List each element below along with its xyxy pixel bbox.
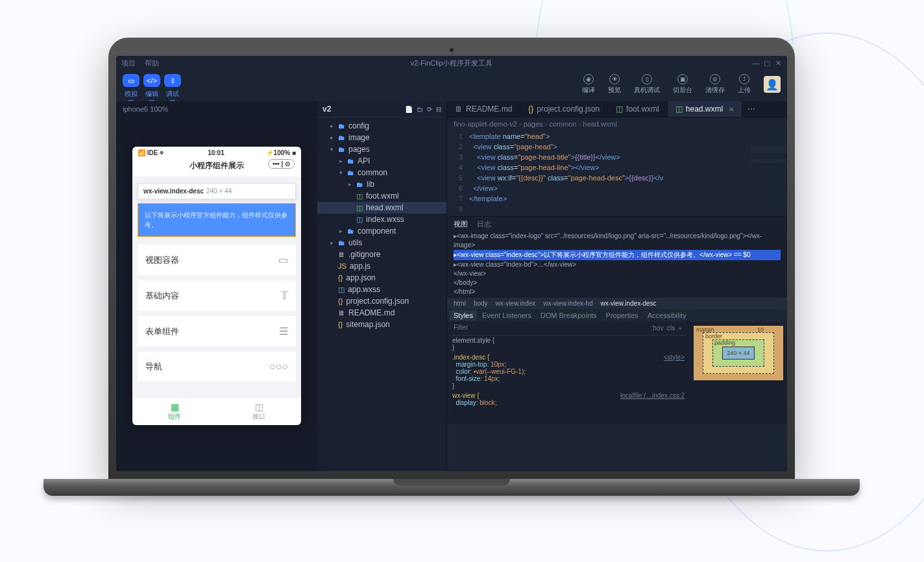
file-project-config[interactable]: {}project.config.json — [317, 295, 446, 307]
folder-icon: 🖿 — [338, 145, 345, 153]
wxml-icon: ◫ — [356, 192, 363, 201]
file-head-wxml[interactable]: ◫head.wxml — [317, 202, 446, 214]
file-sitemap[interactable]: {}sitemap.json — [317, 319, 446, 330]
dom-tree[interactable]: ▸<wx-image class="index-logo" src="../re… — [447, 230, 787, 298]
tabbar-api[interactable]: ◫接口 — [217, 398, 301, 425]
close-icon[interactable]: ✕ — [775, 59, 782, 67]
folder-icon: 🖿 — [338, 239, 345, 247]
device-preview: 📶 IDE ᯤ 10:01 ⚡100% ■ 小程序组件展示 ••• | ⊙ wx… — [132, 147, 301, 425]
action-background[interactable]: ▣切后台 — [673, 74, 692, 95]
folder-utils[interactable]: ▸🖿utils — [317, 237, 446, 249]
collapse-icon[interactable]: ⊟ — [436, 106, 441, 113]
md-icon: 🗎 — [338, 309, 345, 317]
styles-pane[interactable]: Filter:hov .cls ＋ element.style {} <styl… — [447, 322, 690, 424]
subtab-styles[interactable]: Styles — [450, 310, 477, 321]
folder-icon: 🖿 — [338, 134, 345, 141]
phone-icon: ▯ — [642, 74, 652, 84]
folder-icon: 🖿 — [347, 169, 354, 177]
box-content-size: 240 × 44 — [722, 347, 755, 360]
folder-lib[interactable]: ▸🖿lib — [317, 178, 446, 190]
json-icon: {} — [528, 104, 533, 114]
avatar[interactable]: 👤 — [764, 76, 781, 93]
new-file-icon[interactable]: 📄 — [405, 106, 413, 113]
trash-icon: ⊘ — [710, 74, 720, 84]
folder-config[interactable]: ▸🖿config — [317, 120, 446, 132]
file-index-wxss[interactable]: ◫index.wxss — [317, 214, 446, 225]
subtab-a11y[interactable]: Accessibility — [648, 312, 687, 319]
tab-foot[interactable]: ◫foot.wxml — [608, 101, 668, 117]
file-gitignore[interactable]: 🗎.gitignore — [317, 249, 446, 260]
devtools-tab-view[interactable]: 视图 — [454, 219, 468, 229]
highlighted-element[interactable]: 以下将展示小程序官方组件能力，组件样式仅供参考。 — [138, 203, 296, 237]
file-appwxss[interactable]: ◫app.wxss — [317, 284, 446, 295]
subtab-props[interactable]: Properties — [606, 312, 638, 319]
menubar: 项目 帮助 v2-FinClip小程序开发工具 — ▢ ✕ — [116, 56, 787, 70]
folder-component[interactable]: ▸🖿component — [317, 225, 446, 237]
folder-api[interactable]: ▸🖿API — [317, 155, 446, 167]
tab-close-icon[interactable]: ✕ — [729, 106, 734, 113]
action-preview[interactable]: 👁预览 — [608, 74, 621, 95]
tab-readme[interactable]: 🗎README.md — [447, 101, 520, 117]
action-upload[interactable]: ⤴上传 — [738, 74, 751, 95]
minimize-icon[interactable]: — — [752, 59, 759, 67]
folder-pages[interactable]: ▾🖿pages — [317, 143, 446, 155]
tab-config[interactable]: {}project.config.json — [520, 101, 608, 117]
devtools-tab-log[interactable]: 日志 — [477, 219, 491, 229]
action-compile[interactable]: ◉编译 — [582, 74, 595, 95]
styles-hov[interactable]: :hov .cls ＋ — [651, 324, 683, 333]
dom-selected-node[interactable]: ▸<wx-view class="index-desc">以下将展示小程序官方组… — [454, 250, 781, 260]
compile-icon: ◉ — [583, 74, 594, 84]
list-item[interactable]: 基础内容𝕋 — [138, 280, 296, 311]
action-remote[interactable]: ▯真机调试 — [634, 74, 660, 95]
folder-image[interactable]: ▸🖿image — [317, 132, 446, 143]
text-icon: 𝕋 — [281, 289, 288, 302]
menu-help[interactable]: 帮助 — [145, 58, 159, 68]
file-explorer: v2 📄 🗀 ⟳ ⊟ ▸🖿config ▸🖿image ▾🖿pages ▸🖿AP… — [317, 101, 447, 471]
file-foot-wxml[interactable]: ◫foot.wxml — [317, 190, 446, 202]
folder-icon: 🖿 — [347, 227, 354, 235]
json-icon: {} — [338, 321, 343, 328]
file-readme[interactable]: 🗎README.md — [317, 307, 446, 319]
subtab-events[interactable]: Event Listeners — [482, 312, 531, 319]
code-editor[interactable]: 1<template name="head"> 2 <view class="p… — [447, 130, 787, 216]
toolbar: ▭ </> ⫴ 模拟器 编辑器 调试器 ◉编译 👁预览 ▯真机调试 ▣切后台 — [116, 70, 787, 101]
switch-icon: ▣ — [677, 74, 688, 84]
wxml-icon: ◫ — [356, 204, 363, 212]
explorer-root[interactable]: v2 — [322, 104, 331, 114]
minimap[interactable] — [751, 147, 787, 205]
status-battery: ⚡100% ■ — [266, 149, 296, 156]
page-title: 小程序组件展示 ••• | ⊙ — [132, 158, 301, 177]
list-item[interactable]: 导航○○○ — [138, 352, 296, 382]
ide-window: 项目 帮助 v2-FinClip小程序开发工具 — ▢ ✕ ▭ </> ⫴ 模拟… — [116, 56, 787, 471]
folder-icon: 🖿 — [356, 180, 363, 188]
tab-head[interactable]: ◫head.wxml✕ — [668, 101, 742, 117]
json-icon: {} — [338, 297, 343, 305]
pill-debugger[interactable]: ⫴ — [164, 74, 181, 87]
new-folder-icon[interactable]: 🗀 — [417, 106, 423, 113]
tabbar-components[interactable]: ▦组件 — [132, 398, 217, 425]
folder-common[interactable]: ▾🖿common — [317, 167, 446, 178]
wxml-icon: ◫ — [616, 104, 623, 114]
subtab-dombp[interactable]: DOM Breakpoints — [541, 312, 597, 319]
maximize-icon[interactable]: ▢ — [764, 59, 770, 67]
file-appjs[interactable]: JSapp.js — [317, 260, 446, 272]
editor-tabs: 🗎README.md {}project.config.json ◫foot.w… — [447, 101, 787, 117]
list-item[interactable]: 视图容器▭ — [138, 245, 296, 275]
list-item[interactable]: 表单组件☰ — [138, 316, 296, 347]
pill-editor[interactable]: </> — [143, 74, 160, 87]
action-clear[interactable]: ⊘清缓存 — [705, 74, 725, 95]
capsule-button[interactable]: ••• | ⊙ — [268, 159, 295, 169]
grid-icon: ▦ — [132, 402, 217, 412]
inspect-tooltip: wx-view.index-desc240 × 44 — [138, 183, 296, 199]
file-icon: 🗎 — [338, 250, 345, 258]
menu-project[interactable]: 项目 — [121, 58, 136, 68]
pill-simulator[interactable]: ▭ — [123, 74, 140, 87]
folder-icon: 🖿 — [338, 122, 345, 130]
wxss-icon: ◫ — [338, 286, 345, 294]
tabs-more-icon[interactable]: ⋯ — [742, 101, 760, 117]
file-appjson[interactable]: {}app.json — [317, 272, 446, 284]
styles-filter[interactable]: Filter — [454, 324, 468, 333]
refresh-icon[interactable]: ⟳ — [427, 106, 432, 113]
eye-icon: 👁 — [609, 74, 620, 84]
upload-icon: ⤴ — [739, 74, 749, 84]
